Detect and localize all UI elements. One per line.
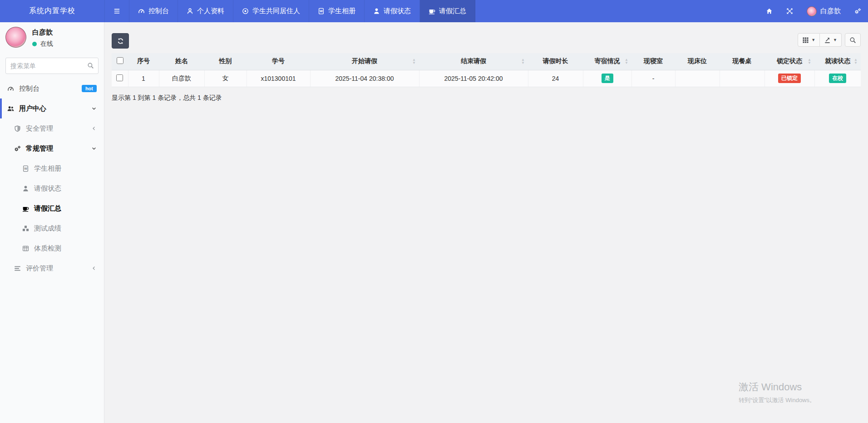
sidebar-item-label: 测试成绩 bbox=[34, 224, 61, 233]
header-leave-start[interactable]: 开始请假▲▼ bbox=[310, 53, 419, 70]
album-file-icon bbox=[318, 8, 325, 15]
study-status-badge: 在校 bbox=[829, 74, 846, 83]
settings-button[interactable] bbox=[848, 0, 868, 22]
sort-icon[interactable]: ▲▼ bbox=[412, 58, 416, 64]
cell-gender: 女 bbox=[204, 70, 247, 87]
export-button[interactable]: ▼ bbox=[820, 33, 842, 47]
users-icon bbox=[7, 105, 14, 112]
user-meta: 白彦歆 在线 bbox=[32, 27, 53, 48]
export-icon bbox=[824, 37, 831, 44]
cell-leave-start: 2025-11-04 20:38:00 bbox=[310, 70, 419, 87]
pagination-summary: 显示第 1 到第 1 条记录，总共 1 条记录 bbox=[112, 94, 861, 102]
columns-button[interactable]: ▼ bbox=[798, 33, 820, 47]
navbar-right: 白彦歆 bbox=[759, 0, 868, 22]
sidebar-item-user-center[interactable]: 用户中心 bbox=[0, 98, 104, 118]
sort-icon[interactable]: ▲▼ bbox=[854, 58, 858, 64]
sidebar-item-security[interactable]: 安全管理 bbox=[0, 118, 104, 138]
online-dot bbox=[32, 42, 37, 46]
search-icon bbox=[849, 37, 856, 44]
header-duration: 请假时长 bbox=[528, 53, 583, 70]
refresh-icon bbox=[117, 38, 124, 44]
home-button[interactable] bbox=[759, 0, 779, 22]
chevron-down-icon bbox=[91, 106, 97, 111]
sidebar-menu: 控制台 hot 用户中心 安全管理 常规管理 学生相册 请假状态 请假 bbox=[0, 79, 104, 278]
header-boarding[interactable]: 寄宿情况▲▼ bbox=[583, 53, 631, 70]
sidebar-toggle-button[interactable] bbox=[104, 0, 129, 22]
sidebar-item-test-scores[interactable]: 测试成绩 bbox=[0, 218, 104, 238]
nav-item-profile[interactable]: 个人资料 bbox=[178, 0, 233, 22]
sidebar-item-student-album[interactable]: 学生相册 bbox=[0, 158, 104, 178]
nav-item-leave-summary[interactable]: 请假汇总 bbox=[420, 0, 475, 22]
cell-dorm: - bbox=[631, 70, 675, 87]
nav-item-student-album[interactable]: 学生相册 bbox=[309, 0, 365, 22]
sort-icon[interactable]: ▲▼ bbox=[808, 58, 811, 64]
sidebar-item-evaluation[interactable]: 评价管理 bbox=[0, 258, 104, 278]
caret-down-icon: ▼ bbox=[811, 38, 815, 42]
chevron-down-icon bbox=[91, 146, 97, 151]
avatar bbox=[807, 6, 817, 16]
nav-item-label: 控制台 bbox=[148, 7, 169, 15]
bullseye-icon bbox=[242, 8, 249, 15]
sidebar-item-leave-status[interactable]: 请假状态 bbox=[0, 178, 104, 198]
cell-select bbox=[112, 70, 128, 87]
windows-activation-watermark: 激活 Windows 转到“设置”以激活 Windows。 bbox=[739, 380, 815, 404]
cell-desk bbox=[720, 70, 764, 87]
main-content: ▼ ▼ 序号 姓名 性别 学号 开始请假▲▼ bbox=[104, 22, 868, 423]
sidebar-item-label: 控制台 bbox=[19, 84, 39, 93]
lock-status-badge: 已锁定 bbox=[778, 74, 801, 83]
sidebar-item-dashboard[interactable]: 控制台 hot bbox=[0, 79, 104, 98]
header-study-status[interactable]: 就读状态▲▼ bbox=[814, 53, 861, 70]
sidebar-item-general[interactable]: 常规管理 bbox=[0, 138, 104, 158]
nav-item-label: 学生共同居住人 bbox=[252, 7, 300, 15]
cell-boarding: 是 bbox=[583, 70, 631, 87]
table-icon bbox=[22, 245, 29, 252]
header-dorm: 现寝室 bbox=[631, 53, 675, 70]
sidebar-item-leave-summary[interactable]: 请假汇总 bbox=[0, 198, 104, 218]
cell-lock-status: 已锁定 bbox=[764, 70, 814, 87]
search-input[interactable] bbox=[5, 58, 99, 74]
select-all-checkbox[interactable] bbox=[117, 57, 123, 64]
table-header-row: 序号 姓名 性别 学号 开始请假▲▼ 结束请假▲▼ 请假时长 寄宿情况▲▼ 现寝… bbox=[112, 53, 861, 70]
search-toggle-button[interactable] bbox=[845, 33, 861, 47]
watermark-title: 激活 Windows bbox=[739, 380, 815, 394]
fullscreen-button[interactable] bbox=[779, 0, 800, 22]
expand-icon bbox=[786, 8, 793, 15]
header-leave-end[interactable]: 结束请假▲▼ bbox=[419, 53, 528, 70]
nav-item-leave-status[interactable]: 请假状态 bbox=[365, 0, 420, 22]
cell-bed bbox=[675, 70, 720, 87]
gauge-icon bbox=[138, 8, 145, 15]
cogs-icon bbox=[854, 8, 861, 15]
table-toolbar: ▼ ▼ bbox=[112, 33, 861, 49]
nav-item-cohabitants[interactable]: 学生共同居住人 bbox=[233, 0, 309, 22]
refresh-button[interactable] bbox=[112, 33, 129, 49]
sidebar-item-label: 体质检测 bbox=[34, 244, 61, 253]
app-brand: 系统内置学校 bbox=[0, 0, 104, 22]
sidebar-user-name: 白彦歆 bbox=[32, 28, 53, 37]
row-checkbox[interactable] bbox=[116, 74, 123, 81]
menu-icon bbox=[113, 8, 120, 15]
sidebar-item-label: 请假汇总 bbox=[34, 204, 61, 213]
cell-duration: 24 bbox=[528, 70, 583, 87]
nav-item-dashboard[interactable]: 控制台 bbox=[129, 0, 178, 22]
table-row[interactable]: 1 白彦歆 女 x101300101 2025-11-04 20:38:00 2… bbox=[112, 70, 861, 87]
avatar[interactable] bbox=[5, 27, 26, 48]
hot-badge: hot bbox=[82, 85, 97, 92]
header-lock-status[interactable]: 锁定状态▲▼ bbox=[764, 53, 814, 70]
sidebar-item-label: 请假状态 bbox=[34, 184, 61, 193]
sidebar: 白彦歆 在线 控制台 hot 用户中心 安全管理 常规管理 bbox=[0, 22, 104, 423]
sidebar-search bbox=[5, 58, 99, 74]
cell-student-id: x101300101 bbox=[247, 70, 310, 87]
cogs-icon bbox=[14, 145, 21, 152]
sidebar-item-label: 常规管理 bbox=[26, 144, 53, 153]
cup-icon bbox=[22, 205, 29, 212]
sort-icon[interactable]: ▲▼ bbox=[521, 58, 525, 64]
watermark-subtitle: 转到“设置”以激活 Windows。 bbox=[739, 396, 815, 404]
sidebar-item-physical-test[interactable]: 体质检测 bbox=[0, 238, 104, 258]
nav-item-label: 请假状态 bbox=[384, 7, 411, 15]
header-bed: 现床位 bbox=[675, 53, 720, 70]
sort-icon[interactable]: ▲▼ bbox=[625, 58, 628, 64]
user-menu[interactable]: 白彦歆 bbox=[800, 0, 848, 22]
top-nav-menu: 控制台 个人资料 学生共同居住人 学生相册 请假状态 请假汇总 bbox=[129, 0, 475, 22]
caret-down-icon: ▼ bbox=[833, 38, 837, 42]
list-icon bbox=[14, 265, 21, 272]
